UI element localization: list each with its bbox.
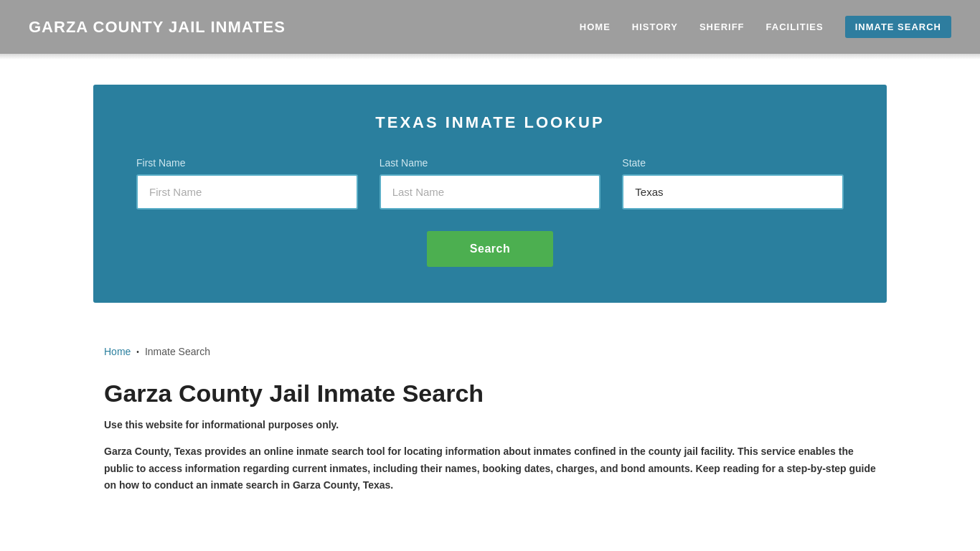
description-text: Garza County, Texas provides an online i… — [104, 443, 876, 494]
site-header: GARZA COUNTY JAIL INMATES HOME HISTORY S… — [0, 0, 980, 54]
page-heading: Garza County Jail Inmate Search — [104, 379, 876, 408]
header-shadow — [0, 54, 980, 60]
breadcrumb: Home • Inmate Search — [0, 328, 980, 364]
search-section-title: TEXAS INMATE LOOKUP — [136, 113, 844, 132]
first-name-input[interactable] — [136, 174, 358, 209]
first-name-label: First Name — [136, 157, 358, 169]
nav-sheriff[interactable]: SHERIFF — [699, 22, 745, 32]
nav-home[interactable]: HOME — [580, 22, 611, 32]
last-name-input[interactable] — [380, 174, 601, 209]
breadcrumb-current-page: Inmate Search — [145, 346, 210, 357]
site-title: GARZA COUNTY JAIL INMATES — [29, 18, 286, 37]
search-button-wrapper: Search — [136, 231, 844, 267]
search-fields-row: First Name Last Name State — [136, 157, 844, 209]
main-content: Garza County Jail Inmate Search Use this… — [0, 364, 980, 537]
nav-facilities[interactable]: FACILITIES — [766, 22, 824, 32]
first-name-group: First Name — [136, 157, 358, 209]
main-nav: HOME HISTORY SHERIFF FACILITIES INMATE S… — [580, 16, 951, 38]
breadcrumb-separator: • — [136, 348, 139, 356]
state-label: State — [622, 157, 844, 169]
nav-inmate-search[interactable]: INMATE SEARCH — [845, 16, 951, 38]
disclaimer-text: Use this website for informational purpo… — [104, 419, 876, 430]
search-button[interactable]: Search — [427, 231, 553, 267]
inmate-search-section: TEXAS INMATE LOOKUP First Name Last Name… — [93, 85, 887, 303]
state-group: State — [622, 157, 844, 209]
breadcrumb-home-link[interactable]: Home — [104, 346, 131, 357]
last-name-group: Last Name — [380, 157, 601, 209]
last-name-label: Last Name — [380, 157, 601, 169]
nav-history[interactable]: HISTORY — [632, 22, 678, 32]
state-input[interactable] — [622, 174, 844, 209]
